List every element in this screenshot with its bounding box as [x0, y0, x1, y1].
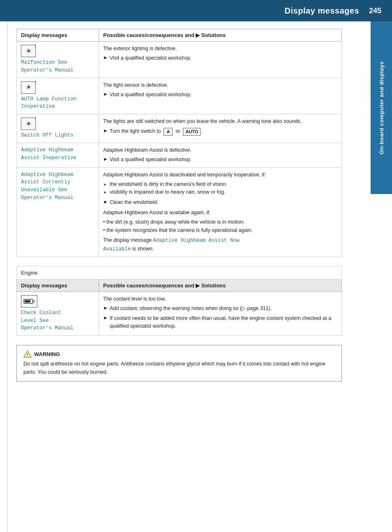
warning-label: WARNING: [34, 351, 60, 357]
main-content: Display messages Possible causes/consequ…: [0, 21, 371, 389]
auto-lamp-icon: ☀ !: [21, 81, 36, 94]
header-bar: Display messages 245: [0, 0, 392, 21]
section-header-row: Engine: [17, 266, 342, 279]
sidebar-label: On-board computer and displays: [378, 61, 385, 155]
row-adaptive-unavail-right: Adaptive Highbeam Assist is deactivated …: [99, 167, 342, 257]
adaptive-inop-text: Adaptive HighbeamAssist Inoperative: [21, 147, 76, 161]
table-row: Adaptive HighbeamAssist CurrentlyUnavail…: [17, 167, 342, 257]
engine-col-headers: Display messages Possible causes/consequ…: [17, 279, 342, 291]
warning-triangle-icon: !: [23, 350, 32, 358]
row-adaptive-inop-left: Adaptive HighbeamAssist Inoperative: [17, 143, 99, 167]
page-number: 245: [366, 6, 385, 16]
display-messages-table: Display messages Possible causes/consequ…: [16, 29, 342, 257]
coolant-icon: [21, 295, 37, 308]
malfunction-icon: ☀ !: [21, 45, 36, 57]
row-coolant-left: Check CoolantLevel SeeOperator's Manual: [17, 291, 99, 335]
row-auto-lamp-right: The light sensor is defective. ► Visit a…: [99, 78, 342, 114]
malfunction-text: Malfunction SeeOperator's Manual: [21, 60, 74, 73]
warning-text: Do not spill antifreeze on hot engine pa…: [23, 360, 335, 376]
col1-header: Display messages: [17, 29, 99, 42]
table-row: Check CoolantLevel SeeOperator's Manual …: [17, 291, 342, 335]
row-malfunction-right: The exterior lighting is defective. ► Vi…: [99, 42, 342, 78]
switch-off-icon: ☀ !: [21, 118, 36, 130]
table-row: ☀ ! Switch Off Lights The lights are sti…: [17, 114, 342, 143]
col2-header: Possible causes/consequences and ▶ Solut…: [99, 29, 342, 42]
coolant-svg: [23, 297, 35, 306]
table-row: ☀ ! AUTO Lamp FunctionInoperative The li…: [17, 78, 342, 114]
engine-section-label: Engine: [17, 266, 342, 279]
header-title: Display messages: [285, 6, 359, 16]
row-adaptive-inop-right: Adaptive Highbeam Assist is defective. ►…: [99, 143, 342, 167]
warning-box: ! WARNING Do not spill antifreeze on hot…: [16, 345, 342, 382]
row-coolant-right: The coolant level is too low. ► Add cool…: [99, 291, 342, 335]
table-row: ☀ ! Malfunction SeeOperator's Manual The…: [17, 42, 342, 78]
adaptive-unavail-text: Adaptive HighbeamAssist CurrentlyUnavail…: [21, 172, 74, 201]
svg-rect-2: [25, 300, 30, 303]
key-auto: AUTO: [183, 128, 201, 136]
auto-lamp-text: AUTO Lamp FunctionInoperative: [21, 96, 76, 110]
row-adaptive-unavail-left: Adaptive HighbeamAssist CurrentlyUnavail…: [17, 167, 99, 257]
row-malfunction-left: ☀ ! Malfunction SeeOperator's Manual: [17, 42, 99, 78]
warning-title: ! WARNING: [23, 350, 335, 358]
switch-off-text: Switch Off Lights: [21, 132, 74, 138]
engine-col1-header: Display messages: [17, 279, 99, 291]
left-border: [7, 0, 12, 532]
svg-text:!: !: [27, 352, 28, 357]
table-row: Adaptive HighbeamAssist Inoperative Adap…: [17, 143, 342, 167]
row-auto-lamp-left: ☀ ! AUTO Lamp FunctionInoperative: [17, 78, 99, 114]
engine-table: Engine Display messages Possible causes/…: [16, 266, 342, 336]
key-a: A: [164, 128, 173, 136]
page-wrapper: Display messages 245 On-board computer a…: [0, 0, 392, 532]
svg-rect-1: [33, 301, 35, 302]
sidebar-block: On-board computer and displays: [371, 21, 392, 194]
coolant-text: Check CoolantLevel SeeOperator's Manual: [21, 310, 74, 331]
row-switch-off-right: The lights are still switched on when yo…: [99, 114, 342, 143]
engine-col2-header: Possible causes/consequences and ▶ Solut…: [99, 279, 342, 291]
row-switch-off-left: ☀ ! Switch Off Lights: [17, 114, 99, 143]
